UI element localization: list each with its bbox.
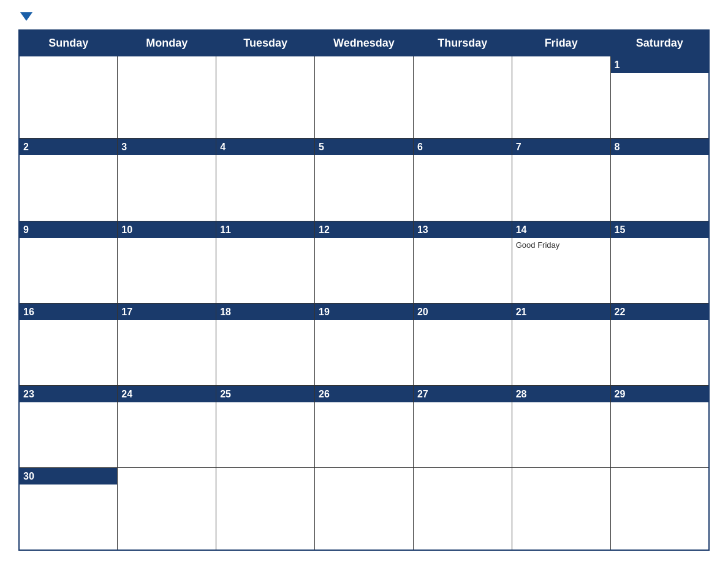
- calendar-header-row: SundayMondayTuesdayWednesdayThursdayFrid…: [19, 30, 709, 56]
- calendar-day-cell: [512, 56, 610, 139]
- day-number: 29: [611, 386, 708, 402]
- calendar-week-row: 23242526272829: [19, 386, 709, 468]
- calendar-day-cell: [610, 468, 709, 550]
- calendar-day-cell: [315, 468, 414, 550]
- calendar-header-saturday: Saturday: [610, 30, 709, 56]
- calendar-day-cell: 6: [413, 139, 512, 221]
- day-number: 28: [512, 386, 610, 402]
- day-number: 6: [414, 139, 512, 155]
- day-number: 16: [20, 304, 117, 320]
- day-number: 1: [611, 56, 708, 73]
- calendar-day-cell: 29: [610, 386, 709, 468]
- calendar-header-friday: Friday: [512, 30, 610, 56]
- calendar-day-cell: 14Good Friday: [512, 221, 610, 303]
- calendar-day-cell: 18: [216, 303, 315, 385]
- calendar-week-row: 2345678: [19, 139, 709, 221]
- calendar-day-cell: [512, 468, 610, 550]
- calendar-day-cell: 23: [19, 386, 118, 468]
- calendar-week-row: 1: [19, 56, 709, 139]
- calendar-day-cell: 1: [610, 56, 709, 139]
- logo: [18, 12, 32, 20]
- calendar-day-cell: 27: [413, 386, 512, 468]
- calendar-day-cell: 30: [19, 468, 118, 550]
- day-number: 27: [414, 386, 512, 402]
- page-header: [18, 12, 710, 20]
- calendar-day-cell: 3: [118, 139, 216, 221]
- calendar-day-cell: 7: [512, 139, 610, 221]
- day-number: 30: [20, 468, 117, 484]
- day-number: 15: [611, 221, 708, 238]
- calendar-header-wednesday: Wednesday: [315, 30, 414, 56]
- calendar-day-cell: 24: [118, 386, 216, 468]
- calendar-header-tuesday: Tuesday: [216, 30, 315, 56]
- calendar-day-cell: 22: [610, 303, 709, 385]
- calendar-day-cell: 8: [610, 139, 709, 221]
- calendar-week-row: 16171819202122: [19, 303, 709, 385]
- day-number: 17: [118, 304, 216, 320]
- calendar-table: SundayMondayTuesdayWednesdayThursdayFrid…: [18, 29, 710, 551]
- calendar-day-cell: 26: [315, 386, 414, 468]
- day-number: 20: [414, 304, 512, 320]
- day-number: 9: [20, 221, 117, 238]
- calendar-day-cell: [315, 56, 414, 139]
- day-number: 13: [414, 221, 512, 238]
- calendar-day-cell: 17: [118, 303, 216, 385]
- calendar-day-cell: 2: [19, 139, 118, 221]
- calendar-day-cell: 20: [413, 303, 512, 385]
- day-number: 8: [611, 139, 708, 155]
- day-number: 5: [315, 139, 413, 155]
- day-number: 3: [118, 139, 216, 155]
- calendar-day-cell: 4: [216, 139, 315, 221]
- calendar-day-cell: 9: [19, 221, 118, 303]
- day-number: 23: [20, 386, 117, 402]
- calendar-day-cell: 5: [315, 139, 414, 221]
- calendar-day-cell: 10: [118, 221, 216, 303]
- calendar-day-cell: 19: [315, 303, 414, 385]
- day-number: 26: [315, 386, 413, 402]
- day-number: 4: [216, 139, 314, 155]
- calendar-week-row: 30: [19, 468, 709, 550]
- day-number: 7: [512, 139, 610, 155]
- calendar-day-cell: 12: [315, 221, 414, 303]
- day-number: 18: [216, 304, 314, 320]
- calendar-day-cell: 21: [512, 303, 610, 385]
- calendar-header-thursday: Thursday: [413, 30, 512, 56]
- calendar-week-row: 91011121314Good Friday15: [19, 221, 709, 303]
- calendar-day-cell: 16: [19, 303, 118, 385]
- day-number: 19: [315, 304, 413, 320]
- day-number: 10: [118, 221, 216, 238]
- calendar-day-cell: 28: [512, 386, 610, 468]
- calendar-day-cell: [216, 468, 315, 550]
- calendar-day-cell: [413, 468, 512, 550]
- calendar-day-cell: [19, 56, 118, 139]
- day-number: 2: [20, 139, 117, 155]
- calendar-day-cell: [118, 56, 216, 139]
- day-number: 11: [216, 221, 314, 238]
- calendar-day-cell: 13: [413, 221, 512, 303]
- day-number: 22: [611, 304, 708, 320]
- calendar-header-monday: Monday: [118, 30, 216, 56]
- calendar-day-cell: [118, 468, 216, 550]
- calendar-day-cell: [413, 56, 512, 139]
- calendar-day-cell: 15: [610, 221, 709, 303]
- calendar-day-cell: 11: [216, 221, 315, 303]
- day-number: 24: [118, 386, 216, 402]
- day-number: 12: [315, 221, 413, 238]
- calendar-day-cell: [216, 56, 315, 139]
- day-number: 14: [512, 221, 610, 238]
- calendar-day-cell: 25: [216, 386, 315, 468]
- day-number: 25: [216, 386, 314, 402]
- logo-triangle-icon: [20, 12, 32, 21]
- logo-blue-text: [18, 12, 32, 20]
- day-number: 21: [512, 304, 610, 320]
- calendar-header-sunday: Sunday: [19, 30, 118, 56]
- day-event: Good Friday: [512, 238, 610, 252]
